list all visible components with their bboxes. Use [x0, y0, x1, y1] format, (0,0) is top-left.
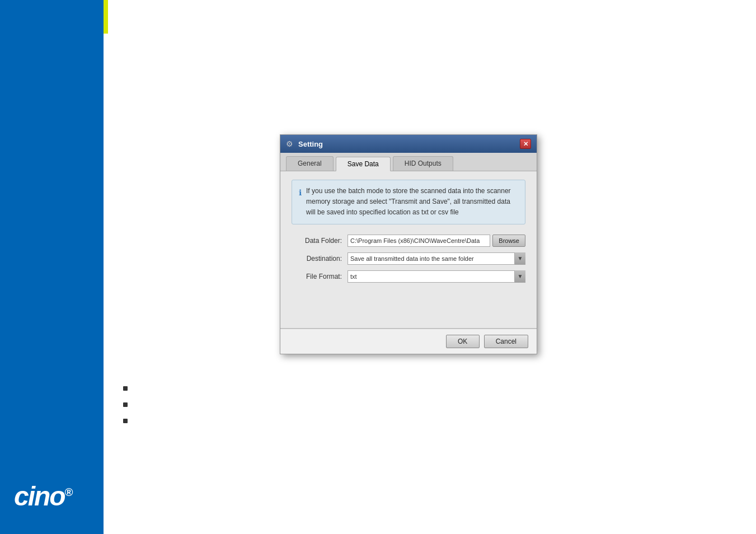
info-text: If you use the batch mode to store the s…: [306, 186, 518, 218]
bullet-icon: [123, 419, 128, 423]
info-box: ℹ If you use the batch mode to store the…: [292, 180, 525, 224]
tab-bar: General Save Data HID Outputs: [280, 153, 537, 171]
cino-logo: cino®: [14, 481, 72, 512]
logo-registered: ®: [65, 486, 72, 498]
bullet-icon: [123, 386, 128, 391]
dialog-footer: OK Cancel: [280, 329, 537, 354]
sidebar-accent: [104, 0, 108, 34]
destination-row: Destination: Save all transmitted data i…: [292, 252, 525, 265]
settings-dialog: ⚙ Setting ✕ General Save Data HID Output…: [280, 134, 537, 354]
list-item: [123, 401, 133, 407]
sidebar: [0, 0, 104, 534]
dialog-titlebar: ⚙ Setting ✕: [280, 135, 537, 153]
destination-label: Destination:: [292, 255, 342, 263]
gear-icon: ⚙: [286, 139, 295, 148]
dialog-content: ℹ If you use the batch mode to store the…: [280, 171, 537, 328]
data-folder-row: Data Folder: Browse: [292, 235, 525, 247]
bullet-list: [123, 385, 133, 433]
close-button[interactable]: ✕: [520, 139, 531, 149]
list-item: [123, 417, 133, 423]
cancel-button[interactable]: Cancel: [484, 335, 528, 348]
data-folder-input[interactable]: [348, 235, 490, 247]
ok-button[interactable]: OK: [446, 335, 480, 348]
tab-general[interactable]: General: [286, 156, 334, 171]
bullet-icon: [123, 402, 128, 407]
tab-hid-outputs[interactable]: HID Outputs: [393, 156, 453, 171]
logo-text: cino: [14, 481, 65, 511]
file-format-label: File Format:: [292, 273, 342, 280]
tab-save-data[interactable]: Save Data: [336, 157, 391, 171]
data-folder-label: Data Folder:: [292, 237, 342, 245]
destination-select[interactable]: Save all transmitted data into the same …: [348, 252, 525, 265]
list-item: [123, 385, 133, 391]
file-format-row: File Format: txt csv ▼: [292, 270, 525, 283]
info-icon: ℹ: [299, 186, 302, 218]
dialog-title: Setting: [298, 140, 520, 148]
browse-button[interactable]: Browse: [492, 235, 525, 247]
file-format-select[interactable]: txt csv: [348, 270, 525, 283]
file-format-select-wrapper: txt csv ▼: [348, 270, 525, 283]
destination-select-wrapper: Save all transmitted data into the same …: [348, 252, 525, 265]
